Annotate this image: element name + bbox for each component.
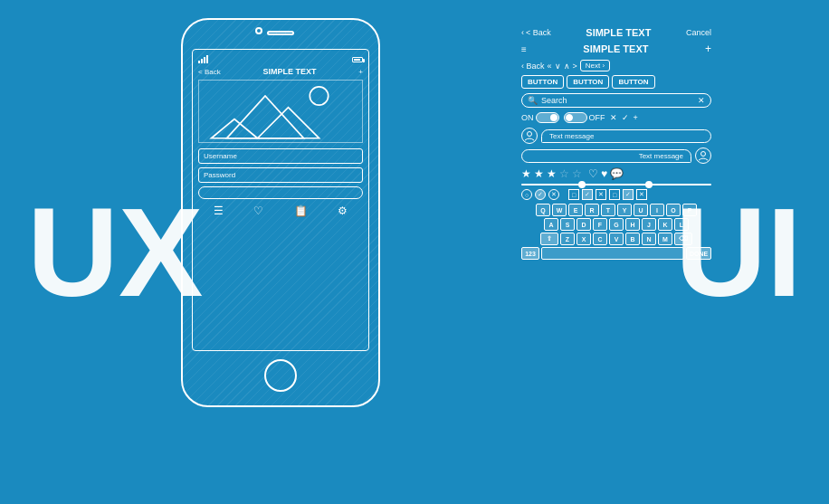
toggle-cross-icon: ✕ <box>610 113 617 122</box>
toggle-on[interactable]: ON <box>521 112 559 123</box>
kb-c[interactable]: C <box>593 233 607 245</box>
kb-d[interactable]: D <box>576 218 591 231</box>
phone-menu-icon[interactable]: ☰ <box>214 204 224 217</box>
chat-icon[interactable]: 💬 <box>610 167 624 180</box>
kb-t[interactable]: T <box>601 204 615 216</box>
nav-up-btn[interactable]: ∧ <box>564 62 570 71</box>
chat-bubble-right: Text message <box>541 129 711 143</box>
kb-s[interactable]: S <box>560 218 575 231</box>
phone-heart-icon[interactable]: ♡ <box>253 204 263 217</box>
ui-plus-btn[interactable]: + <box>705 43 711 55</box>
nav-next-btn[interactable]: Next › <box>580 60 610 71</box>
ui-button-2[interactable]: BUTTON <box>567 75 609 89</box>
toggle-off-pill[interactable] <box>564 112 587 123</box>
kb-delete[interactable]: ⌫ <box>674 233 692 245</box>
slider-thumb-1[interactable] <box>578 181 586 188</box>
phone-bottom-nav: ☰ ♡ 📋 ⚙ <box>198 204 363 217</box>
slider-track[interactable] <box>521 184 711 185</box>
kb-j[interactable]: J <box>642 218 656 231</box>
star-1[interactable]: ★ <box>521 167 531 180</box>
kb-k[interactable]: K <box>658 218 672 231</box>
kb-w[interactable]: W <box>552 204 567 216</box>
phone-password-input[interactable]: Password <box>198 167 363 183</box>
phone-home-button[interactable] <box>264 359 297 392</box>
square-x-2[interactable]: ✕ <box>636 189 647 200</box>
phone-list-icon[interactable]: 📋 <box>294 204 308 217</box>
circle-check-1[interactable]: ✓ <box>535 189 546 200</box>
star-2[interactable]: ★ <box>534 167 544 180</box>
ui-button-3[interactable]: BUTTON <box>612 75 654 89</box>
phone-mockup: < Back SIMPLE TEXT + Username <box>181 18 380 398</box>
phone-login-button[interactable] <box>198 186 363 199</box>
phone-settings-icon[interactable]: ⚙ <box>338 204 348 217</box>
ui-back-btn-1[interactable]: ‹ < Back <box>521 28 551 37</box>
kb-numbers[interactable]: 123 <box>521 247 539 260</box>
nav-back-btn[interactable]: ‹ Back <box>521 62 545 71</box>
kb-q[interactable]: Q <box>536 204 550 216</box>
kb-y[interactable]: Y <box>617 204 632 216</box>
heart-empty[interactable]: ♡ <box>588 167 598 180</box>
ui-checkboxes-row: ○ ✓ ✕ □ ✓ ✕ □ ✓ ✕ <box>521 189 711 200</box>
circle-empty-1[interactable]: ○ <box>521 189 532 200</box>
kb-z[interactable]: Z <box>560 233 575 245</box>
square-check-1[interactable]: ✓ <box>582 189 593 200</box>
kb-row-4: 123 DONE <box>521 247 711 260</box>
kb-a[interactable]: A <box>544 218 558 231</box>
star-5[interactable]: ☆ <box>572 167 582 180</box>
phone-back-btn[interactable]: < Back <box>198 68 221 76</box>
kb-l[interactable]: L <box>674 218 689 231</box>
phone-camera <box>255 27 262 34</box>
kb-f[interactable]: F <box>593 218 607 231</box>
kb-e[interactable]: E <box>568 204 583 216</box>
phone-username-input[interactable]: Username <box>198 148 363 164</box>
kb-x[interactable]: X <box>576 233 591 245</box>
ui-button-1[interactable]: BUTTON <box>521 75 564 89</box>
toggle-plus-icon[interactable]: + <box>634 113 638 122</box>
phone-nav-bar: < Back SIMPLE TEXT + <box>198 67 363 76</box>
kb-h[interactable]: H <box>625 218 640 231</box>
kb-r[interactable]: R <box>585 204 599 216</box>
ui-stars-row: ★ ★ ★ ☆ ☆ ♡ ♥ 💬 <box>521 167 711 180</box>
kb-done[interactable]: DONE <box>686 247 711 260</box>
square-x-1[interactable]: ✕ <box>596 189 606 200</box>
circle-x-1[interactable]: ✕ <box>548 189 559 200</box>
ui-search-bar[interactable]: 🔍 Search ✕ <box>521 93 711 108</box>
svg-point-4 <box>528 132 532 137</box>
kb-g[interactable]: G <box>609 218 624 231</box>
svg-point-5 <box>701 152 706 157</box>
ux-label: UX <box>27 189 203 316</box>
phone-image-area <box>198 80 363 143</box>
back-chevron-icon: ‹ <box>521 28 524 37</box>
square-check-2[interactable]: ✓ <box>623 189 634 200</box>
kb-o[interactable]: O <box>666 204 681 216</box>
square-empty-2[interactable]: □ <box>609 189 620 200</box>
kb-m[interactable]: M <box>658 233 672 245</box>
ui-title-2: SIMPLE TEXT <box>530 43 701 54</box>
search-icon: 🔍 <box>528 96 538 105</box>
phone-nav-title: SIMPLE TEXT <box>263 67 317 76</box>
phone-status-bar <box>198 55 363 63</box>
star-4[interactable]: ☆ <box>559 167 569 180</box>
nav-prev-prev-btn[interactable]: « <box>548 62 552 71</box>
kb-p[interactable]: P <box>682 204 697 216</box>
kb-n[interactable]: N <box>642 233 656 245</box>
square-empty-1[interactable]: □ <box>568 189 579 200</box>
kb-b[interactable]: B <box>625 233 640 245</box>
slider-thumb-2[interactable] <box>645 181 653 188</box>
toggle-on-pill[interactable] <box>536 112 559 123</box>
phone-plus-btn[interactable]: + <box>358 68 363 76</box>
hamburger-menu-icon[interactable]: ≡ <box>521 44 527 54</box>
toggle-off[interactable]: OFF <box>564 112 605 123</box>
kb-i[interactable]: I <box>650 204 664 216</box>
kb-u[interactable]: U <box>634 204 648 216</box>
kb-v[interactable]: V <box>609 233 624 245</box>
kb-space[interactable] <box>541 247 684 260</box>
toggle-check-icon: ✓ <box>622 113 629 122</box>
nav-down-btn[interactable]: ∨ <box>555 62 561 71</box>
star-3[interactable]: ★ <box>547 167 557 180</box>
ui-slider-row[interactable] <box>521 184 711 185</box>
heart-filled[interactable]: ♥ <box>601 167 607 180</box>
kb-shift[interactable]: ⇧ <box>540 233 558 245</box>
ui-cancel-btn[interactable]: Cancel <box>686 28 711 37</box>
search-clear-btn[interactable]: ✕ <box>698 96 705 105</box>
